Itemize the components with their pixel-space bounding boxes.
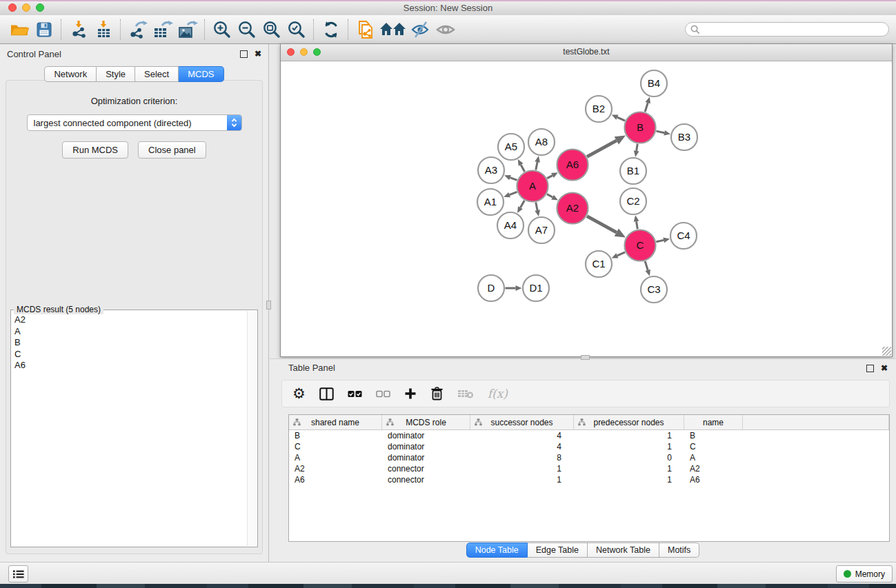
cell-name[interactable]: A6 — [684, 474, 743, 485]
graph-node-C4[interactable]: C4 — [670, 223, 697, 249]
tab-motifs[interactable]: Motifs — [659, 543, 699, 558]
graph-node-A2[interactable]: A2 — [557, 193, 588, 224]
column-header-name[interactable]: name — [684, 415, 743, 429]
column-header-successor-nodes[interactable]: successor nodes — [470, 415, 574, 429]
cell-name[interactable]: A — [684, 452, 743, 463]
graph-node-D1[interactable]: D1 — [523, 275, 549, 301]
graph-node-B[interactable]: B — [625, 112, 656, 143]
result-scrollbar[interactable] — [247, 311, 257, 546]
graph-node-A[interactable]: A — [517, 171, 548, 202]
tab-edge-table[interactable]: Edge Table — [528, 543, 588, 558]
cell-successor-nodes[interactable]: 1 — [470, 474, 574, 485]
export-table-icon[interactable] — [150, 18, 175, 41]
edge-A-A4[interactable] — [520, 201, 524, 207]
cell-successor-nodes[interactable]: 4 — [470, 441, 574, 452]
graph-node-C1[interactable]: C1 — [586, 251, 612, 277]
graph-node-C2[interactable]: C2 — [620, 188, 646, 214]
table-row[interactable]: Bdominator41B — [289, 430, 889, 441]
mcds-result-item[interactable]: C — [14, 349, 246, 361]
edge-A-A5[interactable] — [521, 165, 524, 172]
zoom-in-icon[interactable] — [210, 18, 235, 41]
tab-network[interactable]: Network — [44, 66, 97, 82]
mcds-result-item[interactable]: B — [14, 337, 246, 349]
cell-successor-nodes[interactable]: 8 — [470, 452, 574, 463]
edge-B-B4[interactable] — [645, 103, 648, 112]
edge-C-C3[interactable] — [645, 261, 648, 270]
cell-shared-name[interactable]: B — [289, 430, 382, 441]
table-row[interactable]: A2connector11A2 — [289, 463, 889, 474]
first-neighbors-icon[interactable] — [378, 18, 408, 41]
cell-predecessor-nodes[interactable]: 1 — [574, 430, 684, 441]
import-network-icon[interactable] — [66, 18, 91, 41]
column-header-predecessor-nodes[interactable]: predecessor nodes — [574, 415, 684, 429]
edge-C-C2[interactable] — [637, 221, 638, 229]
graph-node-A8[interactable]: A8 — [528, 129, 555, 155]
close-panel-icon[interactable]: ✖ — [255, 50, 261, 58]
mcds-result-item[interactable]: A2 — [14, 314, 246, 326]
cell-mcds-role[interactable]: connector — [382, 463, 470, 474]
create-column-icon[interactable] — [404, 384, 417, 403]
zoom-selected-icon[interactable] — [284, 18, 309, 41]
deselect-all-rows-icon[interactable] — [376, 384, 390, 403]
tab-select[interactable]: Select — [135, 66, 179, 82]
cell-name[interactable]: B — [684, 430, 743, 441]
edge-A-A1[interactable] — [510, 192, 517, 194]
export-image-icon[interactable] — [175, 18, 200, 41]
float-panel-icon[interactable] — [240, 50, 248, 58]
cell-shared-name[interactable]: C — [289, 441, 382, 452]
cell-mcds-role[interactable]: connector — [382, 474, 470, 485]
graph-node-A1[interactable]: A1 — [477, 189, 504, 215]
tab-mcds[interactable]: MCDS — [179, 66, 223, 82]
graph-node-B2[interactable]: B2 — [586, 96, 612, 122]
graph-node-B1[interactable]: B1 — [620, 158, 646, 184]
graph-node-B3[interactable]: B3 — [671, 124, 697, 150]
window-resize-grip[interactable] — [882, 347, 891, 356]
cell-predecessor-nodes[interactable]: 1 — [574, 463, 684, 474]
hide-selected-icon[interactable] — [408, 18, 433, 41]
save-session-icon[interactable] — [32, 18, 57, 41]
cell-name[interactable]: C — [684, 441, 743, 452]
tab-node-table[interactable]: Node Table — [466, 543, 528, 558]
memory-button[interactable]: Memory — [836, 565, 893, 582]
close-table-panel-icon[interactable]: ✖ — [881, 364, 888, 372]
cell-shared-name[interactable]: A — [289, 452, 382, 463]
edge-B-B3[interactable] — [656, 131, 664, 133]
tab-style[interactable]: Style — [97, 66, 135, 82]
close-panel-button[interactable]: Close panel — [138, 141, 206, 159]
graph-node-A4[interactable]: A4 — [497, 212, 524, 239]
zoom-out-icon[interactable] — [235, 18, 259, 41]
cell-shared-name[interactable]: A2 — [289, 463, 382, 474]
edge-B-B2[interactable] — [617, 117, 625, 121]
cell-mcds-role[interactable]: dominator — [382, 441, 470, 452]
graph-node-A6[interactable]: A6 — [557, 150, 588, 181]
cell-name[interactable]: A2 — [684, 463, 743, 474]
graph-node-B4[interactable]: B4 — [641, 70, 667, 97]
edge-A-A7[interactable] — [536, 203, 537, 211]
search-input[interactable] — [685, 22, 889, 37]
edge-C-C1[interactable] — [617, 252, 625, 256]
mcds-result-list[interactable]: A2ABCA6 — [12, 314, 246, 545]
graph-node-D[interactable]: D — [478, 275, 504, 301]
cell-mcds-role[interactable]: dominator — [382, 430, 470, 441]
cell-mcds-role[interactable]: dominator — [382, 452, 470, 463]
table-row[interactable]: A6connector11A6 — [289, 474, 889, 485]
edge-A2-C[interactable] — [587, 216, 617, 233]
open-session-icon[interactable] — [7, 18, 32, 41]
graph-node-A5[interactable]: A5 — [498, 134, 524, 160]
table-row[interactable]: Adominator80A — [289, 452, 889, 463]
cell-shared-name[interactable]: A6 — [289, 474, 382, 485]
table-row[interactable]: Cdominator41C — [289, 441, 889, 452]
graph-node-C[interactable]: C — [625, 230, 656, 261]
tab-network-table[interactable]: Network Table — [588, 543, 659, 558]
mcds-result-item[interactable]: A — [14, 326, 246, 338]
refresh-icon[interactable] — [319, 18, 344, 41]
run-mcds-button[interactable]: Run MCDS — [62, 141, 128, 159]
edge-A6-B[interactable] — [587, 141, 617, 157]
column-settings-icon[interactable]: ⚙ — [292, 384, 306, 403]
task-history-button[interactable] — [8, 565, 28, 582]
clone-network-icon[interactable] — [353, 18, 378, 41]
export-network-icon[interactable] — [126, 18, 150, 41]
edge-A-A6[interactable] — [547, 176, 552, 179]
graph-node-C3[interactable]: C3 — [641, 276, 667, 303]
float-table-panel-icon[interactable] — [866, 365, 874, 372]
